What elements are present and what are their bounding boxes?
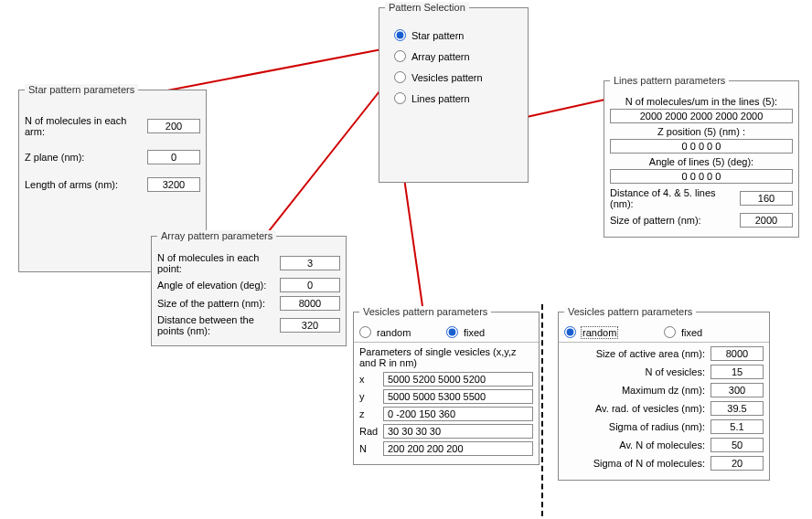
radio-star-input[interactable] — [394, 29, 406, 41]
lines-params-group: Lines pattern parameters N of molecules/… — [604, 75, 799, 238]
vesfixed-radio-random[interactable]: random — [359, 326, 446, 338]
radio-lines-label: Lines pattern — [411, 93, 470, 104]
vesrand-radio-fixed-input[interactable] — [664, 326, 676, 338]
vesrand-size-label: Size of active area (nm): — [564, 348, 710, 359]
radio-vesicles-label: Vesicles pattern — [411, 72, 483, 83]
vesrand-radio-random-label: random — [582, 327, 617, 338]
star-zplane-input[interactable] — [147, 150, 200, 164]
vesrand-avrad-input[interactable] — [710, 401, 764, 416]
vesfixed-z-input[interactable] — [383, 407, 533, 421]
pattern-selection-legend: Pattern Selection — [385, 2, 469, 13]
lines-params-legend: Lines pattern parameters — [610, 75, 729, 86]
vesfixed-rad-label: Rad — [359, 426, 383, 437]
vesfixed-x-label: x — [359, 374, 383, 385]
vesfixed-separator — [354, 342, 539, 343]
vesicles-random-legend: Vesicles pattern parameters — [564, 306, 696, 317]
lines-size-label: Size of pattern (nm): — [610, 215, 740, 226]
vesfixed-radio-random-label: random — [377, 327, 411, 338]
vesrand-avn-input[interactable] — [710, 438, 764, 452]
radio-lines[interactable]: Lines pattern — [394, 92, 520, 104]
vesfixed-subhead: Parameters of single vesicles (x,y,z and… — [359, 346, 533, 368]
radio-array-label: Array pattern — [411, 51, 470, 62]
vesrand-radio-random-input[interactable] — [564, 326, 576, 338]
array-nmol-input[interactable] — [280, 256, 340, 270]
lines-dist45-input[interactable] — [740, 191, 793, 206]
radio-array[interactable]: Array pattern — [394, 50, 520, 62]
vesfixed-n-input[interactable] — [383, 441, 533, 456]
radio-array-input[interactable] — [394, 50, 406, 62]
svg-line-1 — [265, 74, 393, 236]
star-length-label: Length of arms (nm): — [25, 179, 147, 190]
vesfixed-y-input[interactable] — [383, 389, 533, 404]
array-size-label: Size of the pattern (nm): — [157, 298, 280, 309]
vesrand-sigmar-input[interactable] — [710, 419, 764, 434]
vesfixed-radio-fixed[interactable]: fixed — [446, 326, 533, 338]
vesrand-sigman-input[interactable] — [710, 456, 764, 471]
array-params-group: Array pattern parameters N of molecules … — [151, 230, 347, 346]
vesrand-size-input[interactable] — [710, 346, 764, 361]
lines-angle-label: Angle of lines (5) (deg): — [610, 156, 793, 167]
vesfixed-n-label: N — [359, 443, 383, 454]
vesfixed-x-input[interactable] — [383, 372, 533, 387]
array-size-input[interactable] — [280, 296, 340, 311]
array-angle-label: Angle of elevation (deg): — [157, 280, 280, 291]
star-params-legend: Star pattern parameters — [25, 84, 138, 95]
array-angle-input[interactable] — [280, 278, 340, 292]
vesrand-maxdz-label: Maximum dz (nm): — [564, 385, 710, 396]
vesrand-radio-fixed-label: fixed — [681, 327, 702, 338]
vesrand-avrad-label: Av. rad. of vesicles (nm): — [564, 403, 710, 414]
vesicles-random-group: Vesicles pattern parameters random fixed… — [558, 306, 770, 481]
vesfixed-rad-input[interactable] — [383, 424, 533, 439]
pattern-selection-group: Pattern Selection Star pattern Array pat… — [379, 2, 529, 183]
lines-angle-input[interactable] — [610, 169, 793, 184]
vesfixed-z-label: z — [359, 408, 383, 419]
vesicles-fixed-group: Vesicles pattern parameters random fixed… — [353, 306, 540, 465]
vesrand-radio-random[interactable]: random — [564, 326, 664, 338]
dashed-separator — [541, 304, 543, 516]
vesfixed-y-label: y — [359, 391, 383, 402]
radio-vesicles-input[interactable] — [394, 71, 406, 83]
vesfixed-radio-fixed-label: fixed — [464, 327, 485, 338]
radio-star[interactable]: Star pattern — [394, 29, 520, 41]
array-dist-input[interactable] — [280, 318, 340, 333]
array-params-legend: Array pattern parameters — [157, 230, 276, 241]
star-nmol-label: N of molecules in each arm: — [25, 115, 147, 137]
vesrand-nves-label: N of vesicles: — [564, 366, 710, 377]
vesrand-sigmar-label: Sigma of radius (nm): — [564, 421, 710, 432]
lines-size-input[interactable] — [740, 213, 793, 228]
radio-lines-input[interactable] — [394, 92, 406, 104]
vesrand-radio-fixed[interactable]: fixed — [664, 326, 764, 338]
vesrand-nves-input[interactable] — [710, 365, 764, 379]
star-nmol-input[interactable] — [147, 119, 200, 133]
lines-zpos-input[interactable] — [610, 139, 793, 154]
vesrand-maxdz-input[interactable] — [710, 383, 764, 397]
array-dist-label: Distance between the points (nm): — [157, 314, 280, 336]
vesrand-separator — [559, 342, 769, 343]
lines-dist45-label: Distance of 4. & 5. lines (nm): — [610, 187, 740, 209]
vesrand-avn-label: Av. N of molecules: — [564, 440, 710, 450]
vesicles-fixed-legend: Vesicles pattern parameters — [359, 306, 491, 317]
star-zplane-label: Z plane (nm): — [25, 152, 147, 163]
vesrand-sigman-label: Sigma of N of molecules: — [564, 458, 710, 469]
star-length-input[interactable] — [147, 177, 200, 192]
array-nmol-label: N of molecules in each point: — [157, 252, 280, 274]
lines-nmol-input[interactable] — [610, 109, 793, 123]
vesfixed-radio-random-input[interactable] — [359, 326, 371, 338]
lines-zpos-label: Z position (5) (nm) : — [610, 126, 793, 137]
lines-nmol-label: N of molecules/um in the lines (5): — [610, 96, 793, 107]
radio-star-label: Star pattern — [411, 30, 464, 41]
vesfixed-radio-fixed-input[interactable] — [446, 326, 458, 338]
radio-vesicles[interactable]: Vesicles pattern — [394, 71, 520, 83]
